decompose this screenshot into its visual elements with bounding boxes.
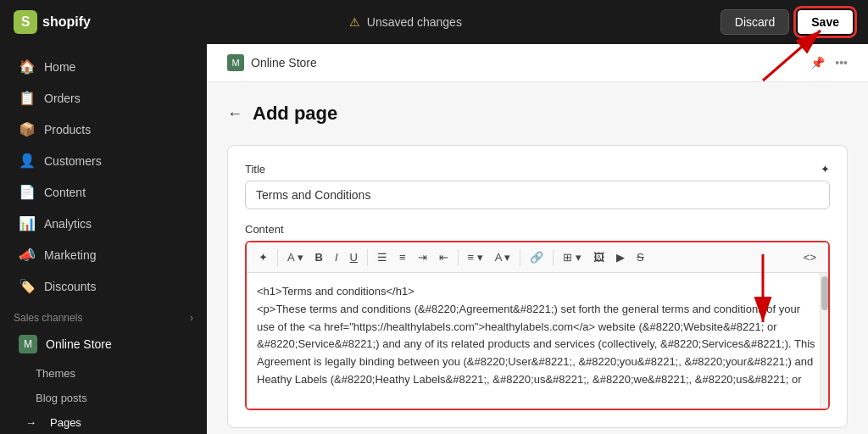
sub-header-right: 📌 ••• — [810, 56, 848, 70]
sidebar-sub-item-blog-posts[interactable]: Blog posts — [5, 387, 202, 409]
sidebar-item-home[interactable]: 🏠 Home — [5, 52, 202, 81]
table-btn[interactable]: ⊞ ▾ — [558, 248, 587, 267]
pin-icon[interactable]: 📌 — [810, 56, 825, 70]
sub-header: M Online Store 📌 ••• — [207, 44, 868, 82]
blog-posts-label: Blog posts — [36, 392, 87, 404]
warning-icon: ⚠ — [349, 15, 360, 29]
bold-btn[interactable]: B — [310, 248, 328, 267]
sidebar-item-products[interactable]: 📦 Products — [5, 114, 202, 144]
discounts-icon: 🏷️ — [19, 278, 36, 294]
align-btn[interactable]: ≡ ▾ — [463, 248, 488, 267]
expand-icon[interactable]: › — [190, 312, 193, 324]
source-btn[interactable]: <> — [798, 248, 821, 267]
sidebar-item-label: Orders — [44, 92, 81, 105]
editor-line-2: <p>These terms and conditions (&#8220;Ag… — [257, 301, 816, 389]
strikethrough-btn[interactable]: S — [632, 248, 649, 267]
ordered-list-btn[interactable]: ≡ — [394, 248, 411, 267]
underline-btn[interactable]: U — [345, 248, 363, 267]
sidebar: 🏠 Home 📋 Orders 📦 Products 👤 Customers 📄… — [0, 44, 207, 434]
analytics-icon: 📊 — [19, 215, 36, 231]
sidebar-item-content[interactable]: 📄 Content — [5, 177, 202, 207]
online-store-icon: M — [19, 335, 37, 353]
toolbar-divider-5 — [553, 249, 554, 266]
outdent-btn[interactable]: ⇤ — [434, 248, 453, 267]
shopify-logo: S shopify — [14, 10, 91, 34]
unsaved-changes-notice: ⚠ Unsaved changes — [349, 15, 462, 29]
marketing-icon: 📣 — [19, 247, 36, 263]
sidebar-item-label: Discounts — [44, 280, 96, 293]
form-card: Title ✦ Content ✦ A ▾ B I U ☰ ≡ — [227, 145, 848, 428]
main-layout: 🏠 Home 📋 Orders 📦 Products 👤 Customers 📄… — [0, 44, 868, 434]
online-store-label: Online Store — [46, 337, 112, 351]
editor-body-wrapper: <h1>Terms and conditions</h1> <p>These t… — [247, 273, 828, 409]
sidebar-item-label: Customers — [44, 154, 102, 168]
page-title-row: ← Add page — [227, 103, 848, 125]
topbar-actions: Discard Save — [721, 8, 854, 36]
page-content: ← Add page Title ✦ Content ✦ A ▾ B I — [207, 82, 868, 434]
back-button[interactable]: ← — [227, 105, 242, 123]
text-style-btn[interactable]: A ▾ — [282, 248, 309, 267]
content-icon: 📄 — [19, 184, 36, 200]
products-icon: 📦 — [19, 121, 36, 137]
content-editor[interactable]: ✦ A ▾ B I U ☰ ≡ ⇥ ⇤ ≡ ▾ A ▾ — [245, 241, 830, 410]
discard-button[interactable]: Discard — [721, 9, 789, 35]
content-label: Content — [245, 223, 830, 236]
online-store-sub-icon: M — [227, 54, 244, 71]
sidebar-item-online-store[interactable]: M Online Store — [5, 328, 202, 360]
scrollbar-thumb — [821, 276, 828, 310]
sidebar-item-label: Analytics — [44, 217, 92, 231]
sidebar-item-label: Marketing — [44, 248, 96, 262]
editor-scrollbar[interactable] — [820, 273, 828, 409]
home-icon: 🏠 — [19, 58, 36, 75]
themes-label: Themes — [36, 367, 75, 380]
save-button[interactable]: Save — [796, 8, 854, 36]
ai-icon[interactable]: ✦ — [821, 163, 830, 175]
customers-icon: 👤 — [19, 153, 36, 169]
sidebar-item-label: Products — [44, 123, 91, 136]
toolbar-divider — [277, 249, 278, 266]
unsaved-label: Unsaved changes — [367, 15, 462, 29]
shopify-logo-icon: S — [14, 10, 37, 34]
image-btn[interactable]: 🖼 — [588, 248, 609, 267]
toolbar-divider-2 — [367, 249, 368, 266]
indent-btn[interactable]: ⇥ — [413, 248, 432, 267]
orders-icon: 📋 — [19, 90, 36, 106]
sub-header-store-label: Online Store — [251, 56, 317, 70]
toolbar-divider-4 — [520, 249, 520, 266]
toolbar-divider-3 — [458, 249, 459, 266]
sidebar-sub-item-themes[interactable]: Themes — [5, 362, 202, 385]
sidebar-item-marketing[interactable]: 📣 Marketing — [5, 240, 202, 270]
editor-body[interactable]: <h1>Terms and conditions</h1> <p>These t… — [247, 273, 828, 409]
sidebar-item-label: Content — [44, 186, 86, 199]
video-btn[interactable]: ▶ — [611, 248, 630, 267]
editor-line-1: <h1>Terms and conditions</h1> — [257, 283, 816, 301]
title-label: Title ✦ — [245, 163, 830, 175]
unordered-list-btn[interactable]: ☰ — [372, 248, 392, 267]
sales-channels-label: Sales channels › — [0, 302, 207, 327]
pages-label: Pages — [50, 416, 81, 429]
link-btn[interactable]: 🔗 — [525, 248, 548, 267]
content-area: M Online Store 📌 ••• ← Add page Title ✦ … — [207, 44, 868, 434]
topbar-left: S shopify — [14, 10, 91, 34]
sidebar-item-orders[interactable]: 📋 Orders — [5, 83, 202, 113]
sidebar-item-analytics[interactable]: 📊 Analytics — [5, 209, 202, 238]
italic-btn[interactable]: I — [330, 248, 343, 267]
sidebar-sub-item-pages[interactable]: Pages — [5, 411, 202, 434]
magic-toolbar-btn[interactable]: ✦ — [253, 248, 273, 267]
sidebar-item-customers[interactable]: 👤 Customers — [5, 146, 202, 175]
sub-header-left: M Online Store — [227, 54, 317, 71]
sidebar-item-discounts[interactable]: 🏷️ Discounts — [5, 271, 202, 301]
page-title: Add page — [253, 103, 337, 125]
text-color-btn[interactable]: A ▾ — [490, 248, 516, 267]
more-options-icon[interactable]: ••• — [835, 56, 848, 70]
sidebar-item-label: Home — [44, 60, 75, 74]
shopify-logo-text: shopify — [42, 14, 91, 30]
title-input[interactable] — [245, 181, 830, 209]
topbar: S shopify ⚠ Unsaved changes Discard Save — [0, 0, 868, 44]
editor-toolbar: ✦ A ▾ B I U ☰ ≡ ⇥ ⇤ ≡ ▾ A ▾ — [247, 242, 828, 273]
